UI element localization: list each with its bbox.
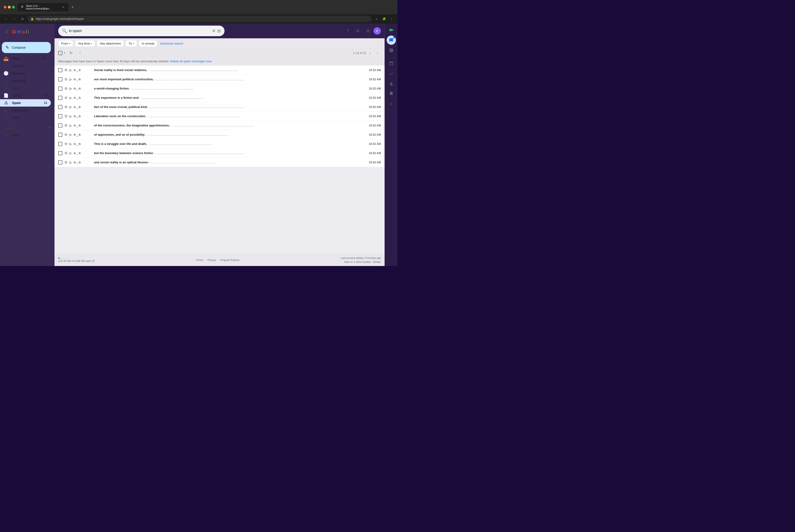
important-button-8[interactable]: ▷ xyxy=(69,142,72,146)
back-button[interactable]: ← xyxy=(3,16,9,22)
delete-spam-link[interactable]: Delete all spam messages now xyxy=(170,59,212,63)
apps-button[interactable]: ⊞ xyxy=(363,26,373,36)
sidebar-item-spam[interactable]: ⚠ Spam 11 xyxy=(0,99,51,107)
email-row[interactable]: ☆ ▷ d-_-b our most important political c… xyxy=(55,75,384,84)
star-button-5[interactable]: ☆ xyxy=(64,114,68,118)
email-row[interactable]: ☆ ▷ d-_-b This is a struggle over life a… xyxy=(55,139,384,149)
sidebar-item-inbox[interactable]: 📥 Inbox 867 xyxy=(0,55,51,62)
row-checkbox-1[interactable] xyxy=(58,77,62,81)
sidebar-item-snoozed[interactable]: 🕐 Snoozed xyxy=(0,70,51,77)
privacy-link[interactable]: Privacy xyxy=(207,259,216,261)
email-row[interactable]: ☆ ▷ d-_-b Liberation rests on the constr… xyxy=(55,112,384,121)
important-button-0[interactable]: ▷ xyxy=(69,68,72,72)
row-checkbox-8[interactable] xyxy=(58,142,62,146)
search-clear-button[interactable]: ✕ xyxy=(212,28,216,34)
help-button[interactable]: ? xyxy=(343,26,352,36)
extensions-button[interactable]: 🧩 xyxy=(381,16,387,22)
keep-icon-button[interactable] xyxy=(387,89,396,98)
anytime-filter[interactable]: Any time ▾ xyxy=(75,40,95,47)
star-button-8[interactable]: ☆ xyxy=(64,141,68,146)
add-label-button[interactable]: + xyxy=(48,125,51,130)
active-tab[interactable]: M Spam (11) - kayla.drzewicki@gm... ✕ xyxy=(18,3,68,11)
refresh-nav-button[interactable]: ↻ xyxy=(19,16,26,22)
next-page-button[interactable]: › xyxy=(374,50,381,56)
settings-button[interactable]: ⚙ xyxy=(353,26,362,36)
select-dropdown-arrow[interactable]: ▾ xyxy=(64,52,65,54)
important-button-4[interactable]: ▷ xyxy=(69,105,72,109)
program-policies-link[interactable]: Program Policies xyxy=(220,259,239,261)
close-button[interactable] xyxy=(4,6,6,8)
important-button-10[interactable]: ▷ xyxy=(69,160,72,164)
manage-storage-icon[interactable]: 🔗 xyxy=(92,260,95,263)
star-button-4[interactable]: ☆ xyxy=(64,105,68,109)
menu-button[interactable]: ⋮ xyxy=(388,16,395,22)
important-button-5[interactable]: ▷ xyxy=(69,114,72,118)
row-checkbox-6[interactable] xyxy=(58,124,62,128)
row-checkbox-7[interactable] xyxy=(58,133,62,137)
select-all-checkbox[interactable] xyxy=(58,51,62,55)
star-button-2[interactable]: ☆ xyxy=(64,86,68,91)
row-checkbox-2[interactable] xyxy=(58,87,62,91)
sidebar-item-important[interactable]: ▷ Important xyxy=(0,77,51,84)
minimize-button[interactable] xyxy=(8,6,11,8)
tab-close-button[interactable]: ✕ xyxy=(62,5,65,9)
from-filter[interactable]: From ▾ xyxy=(58,40,73,47)
row-checkbox-10[interactable] xyxy=(58,160,62,165)
sidebar-item-categories[interactable]: ▶ Categories xyxy=(0,107,51,114)
important-button-3[interactable]: ▷ xyxy=(69,96,72,100)
sidebar-labels-more[interactable]: ▾ More xyxy=(0,132,51,139)
email-row[interactable]: ☆ ▷ d-_-b of oppression, and so of possi… xyxy=(55,130,384,139)
address-bar[interactable]: 🔒 https://mail.google.com/mail/u/0/#spam xyxy=(28,16,372,22)
search-options-button[interactable]: ⊟ xyxy=(217,28,221,34)
email-row[interactable]: ☆ ▷ d-_-b of the consciousness, the imag… xyxy=(55,121,384,130)
meet-icon-button[interactable] xyxy=(387,25,396,35)
email-row[interactable]: ☆ ▷ d-_-b and social reality is an optic… xyxy=(55,158,384,167)
chat-icon-button[interactable] xyxy=(387,36,396,45)
star-button-6[interactable]: ☆ xyxy=(64,123,68,128)
star-button-10[interactable]: ☆ xyxy=(64,160,68,165)
unread-filter[interactable]: Is unread xyxy=(139,40,157,47)
star-button-9[interactable]: ☆ xyxy=(64,151,68,155)
calendar-icon-button[interactable] xyxy=(387,59,396,68)
contacts-icon-button[interactable] xyxy=(387,79,396,88)
email-row[interactable]: ☆ ▷ d-_-b but the boundary between scien… xyxy=(55,149,384,158)
spaces-icon-button[interactable] xyxy=(387,46,396,55)
terms-link[interactable]: Terms xyxy=(196,259,203,261)
sidebar-item-starred[interactable]: ☆ Starred xyxy=(0,62,51,70)
star-button-0[interactable]: ☆ xyxy=(64,68,68,72)
details-link[interactable]: Details xyxy=(373,261,381,263)
email-row[interactable]: ☆ ▷ d-_-b Social reality is lived social… xyxy=(55,65,384,75)
sidebar-item-sent[interactable]: ➤ Sent xyxy=(0,84,51,92)
refresh-button[interactable]: ↻ xyxy=(67,50,75,57)
row-checkbox-0[interactable] xyxy=(58,68,62,72)
forward-button[interactable]: → xyxy=(11,16,18,22)
new-tab-button[interactable]: + xyxy=(69,4,76,11)
email-row[interactable]: ☆ ▷ d-_-b fact of the most crucial, poli… xyxy=(55,102,384,112)
row-checkbox-4[interactable] xyxy=(58,105,62,109)
bookmark-button[interactable]: ☆ xyxy=(374,16,380,22)
add-app-button[interactable]: + xyxy=(387,99,396,109)
row-checkbox-3[interactable] xyxy=(58,96,62,100)
maximize-button[interactable] xyxy=(12,6,15,8)
to-filter[interactable]: To ▾ xyxy=(126,40,137,47)
email-row[interactable]: ☆ ▷ d-_-b a world-changing fiction. - ..… xyxy=(55,84,384,93)
compose-button[interactable]: ✎ Compose xyxy=(2,42,51,53)
more-options-button[interactable]: ⋮ xyxy=(76,50,84,57)
prev-page-button[interactable]: ‹ xyxy=(367,50,374,56)
advanced-search-link[interactable]: Advanced search xyxy=(160,42,183,45)
important-button-7[interactable]: ▷ xyxy=(69,133,72,137)
star-button-1[interactable]: ☆ xyxy=(64,77,68,81)
row-checkbox-5[interactable] xyxy=(58,114,62,118)
account-avatar[interactable]: K xyxy=(374,27,381,35)
row-checkbox-9[interactable] xyxy=(58,151,62,155)
search-bar[interactable]: 🔍 in:spam ✕ ⊟ xyxy=(58,25,224,36)
hamburger-menu-button[interactable]: ☰ xyxy=(2,27,11,36)
attachment-filter[interactable]: Has attachment xyxy=(97,40,124,47)
important-button-2[interactable]: ▷ xyxy=(69,87,72,91)
email-row[interactable]: ☆ ▷ d-_-b This experience is a fiction a… xyxy=(55,93,384,102)
star-button-3[interactable]: ☆ xyxy=(64,96,68,100)
important-button-1[interactable]: ▷ xyxy=(69,77,72,81)
sidebar-item-more[interactable]: ▾ More xyxy=(0,114,51,121)
star-button-7[interactable]: ☆ xyxy=(64,132,68,137)
tasks-icon-button[interactable] xyxy=(387,69,396,78)
